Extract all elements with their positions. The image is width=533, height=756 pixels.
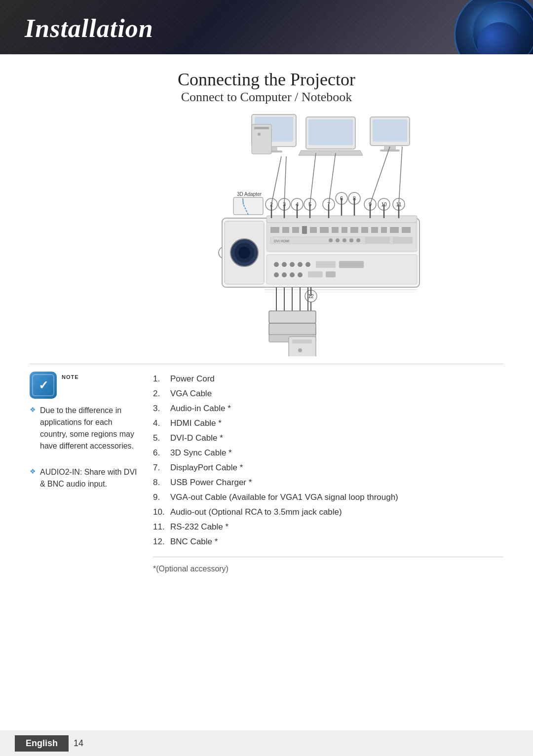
cable-num: 1. bbox=[153, 374, 170, 384]
cable-num: 11. bbox=[153, 522, 170, 532]
cable-num: 2. bbox=[153, 389, 170, 399]
svg-point-76 bbox=[282, 272, 287, 277]
svg-point-63 bbox=[349, 238, 353, 242]
svg-rect-65 bbox=[365, 237, 390, 244]
cable-label: 3D Sync Cable * bbox=[170, 448, 232, 458]
svg-point-114 bbox=[298, 348, 302, 352]
cable-num: 6. bbox=[153, 448, 170, 458]
svg-line-116 bbox=[243, 198, 243, 204]
note-box: ✓ Note bbox=[30, 372, 138, 399]
laptop bbox=[299, 117, 363, 155]
cable-list-item: 3.Audio-in Cable * bbox=[153, 401, 503, 416]
cable-list-item: 12.BNC Cable * bbox=[153, 534, 503, 549]
cable-num: 9. bbox=[153, 492, 170, 502]
svg-point-77 bbox=[290, 272, 295, 277]
svg-rect-46 bbox=[292, 227, 299, 233]
page-title: Installation bbox=[25, 14, 153, 43]
cable-list-item: 7.DisplayPort Cable * bbox=[153, 460, 503, 475]
cable-num: 4. bbox=[153, 418, 170, 428]
connect-subtitle: Connect to Computer / Notebook bbox=[30, 90, 503, 105]
content-columns: ✓ Note ❖ Due to the difference in applic… bbox=[30, 372, 503, 573]
svg-point-75 bbox=[274, 272, 279, 277]
lens-inner2 bbox=[477, 22, 522, 54]
svg-line-99 bbox=[399, 147, 402, 204]
cable-label: USB Power Charger * bbox=[170, 478, 252, 488]
svg-line-97 bbox=[329, 153, 336, 204]
svg-rect-66 bbox=[393, 237, 413, 244]
svg-rect-48 bbox=[310, 227, 317, 233]
cable-num: 10. bbox=[153, 507, 170, 517]
svg-line-98 bbox=[370, 147, 390, 204]
svg-point-68 bbox=[274, 262, 279, 267]
cable-num: 3. bbox=[153, 404, 170, 414]
svg-point-62 bbox=[343, 238, 346, 242]
svg-rect-52 bbox=[350, 227, 358, 233]
svg-line-95 bbox=[284, 156, 286, 204]
note-item-1: ❖ Due to the difference in applications … bbox=[30, 405, 138, 459]
cable-num: 5. bbox=[153, 433, 170, 443]
svg-rect-44 bbox=[270, 227, 279, 233]
svg-rect-54 bbox=[371, 227, 378, 233]
cable-num: 8. bbox=[153, 478, 170, 488]
left-column: ✓ Note ❖ Due to the difference in applic… bbox=[30, 372, 138, 573]
svg-point-78 bbox=[298, 272, 303, 277]
svg-point-69 bbox=[282, 262, 287, 267]
svg-point-71 bbox=[298, 262, 303, 267]
note-icon: ✓ bbox=[30, 372, 57, 399]
bullet-1: ❖ bbox=[30, 406, 36, 414]
cable-list-item: 9.VGA-out Cable (Available for VGA1 VGA … bbox=[153, 490, 503, 505]
page-footer: English 14 bbox=[0, 730, 533, 756]
cable-list-item: 1.Power Cord bbox=[153, 372, 503, 386]
note-text-1: Due to the difference in applications fo… bbox=[40, 405, 138, 452]
svg-rect-56 bbox=[390, 227, 399, 233]
optional-note: *(Optional accessory) bbox=[153, 565, 503, 573]
svg-rect-80 bbox=[326, 271, 336, 277]
svg-point-64 bbox=[356, 238, 360, 242]
svg-rect-12 bbox=[380, 150, 400, 151]
svg-rect-53 bbox=[361, 227, 368, 233]
svg-rect-107 bbox=[269, 311, 316, 323]
cable-label: VGA-out Cable (Available for VGA1 VGA si… bbox=[170, 492, 398, 502]
svg-rect-67 bbox=[266, 255, 417, 284]
cable-list-item: 4.HDMI Cable * bbox=[153, 416, 503, 431]
connection-diagram: 3D Adapter 1 2 3 4 5 bbox=[94, 110, 439, 356]
svg-point-60 bbox=[329, 238, 333, 242]
lens-outer bbox=[454, 0, 533, 54]
svg-rect-113 bbox=[292, 340, 312, 343]
svg-rect-79 bbox=[308, 271, 323, 277]
bottom-divider bbox=[153, 557, 503, 557]
svg-rect-10 bbox=[373, 119, 407, 142]
diagram-container: 3D Adapter 1 2 3 4 5 bbox=[30, 110, 503, 356]
lens-inner1 bbox=[472, 1, 533, 54]
cable-list-item: 8.USB Power Charger * bbox=[153, 475, 503, 490]
svg-rect-47 bbox=[302, 226, 307, 234]
cable-list-item: 6.3D Sync Cable * bbox=[153, 446, 503, 460]
bullet-2: ❖ bbox=[30, 467, 36, 476]
svg-rect-81 bbox=[266, 216, 417, 223]
cable-label: Audio-out (Optional RCA to 3.5mm jack ca… bbox=[170, 507, 342, 517]
top-divider bbox=[30, 364, 503, 364]
cable-label: HDMI Cable * bbox=[170, 418, 222, 428]
desktop-computer bbox=[252, 114, 296, 154]
svg-rect-45 bbox=[282, 227, 289, 233]
cable-label: BNC Cable * bbox=[170, 537, 218, 547]
note-label: Note bbox=[62, 372, 79, 380]
svg-rect-55 bbox=[381, 227, 387, 233]
cable-list-item: 5.DVI-D Cable * bbox=[153, 431, 503, 446]
cable-list-item: 10.Audio-out (Optional RCA to 3.5mm jack… bbox=[153, 505, 503, 520]
svg-rect-13 bbox=[233, 197, 263, 215]
svg-rect-51 bbox=[342, 227, 347, 233]
cable-label: DisplayPort Cable * bbox=[170, 463, 243, 473]
svg-rect-57 bbox=[402, 227, 411, 233]
svg-rect-49 bbox=[320, 227, 329, 233]
cable-list-item: 11.RS-232 Cable * bbox=[153, 520, 503, 534]
main-content: Connecting the Projector Connect to Comp… bbox=[0, 54, 533, 756]
svg-point-61 bbox=[336, 238, 340, 242]
note-text-2: AUDIO2-IN: Share with DVI & BNC audio in… bbox=[40, 466, 138, 490]
svg-text:DVI  HDMI: DVI HDMI bbox=[274, 239, 290, 243]
lens-decoration bbox=[454, 0, 533, 54]
svg-line-94 bbox=[271, 156, 281, 204]
adapter-label: 3D Adapter bbox=[237, 191, 262, 197]
cable-label: Power Cord bbox=[170, 374, 215, 384]
svg-rect-5 bbox=[254, 127, 269, 129]
